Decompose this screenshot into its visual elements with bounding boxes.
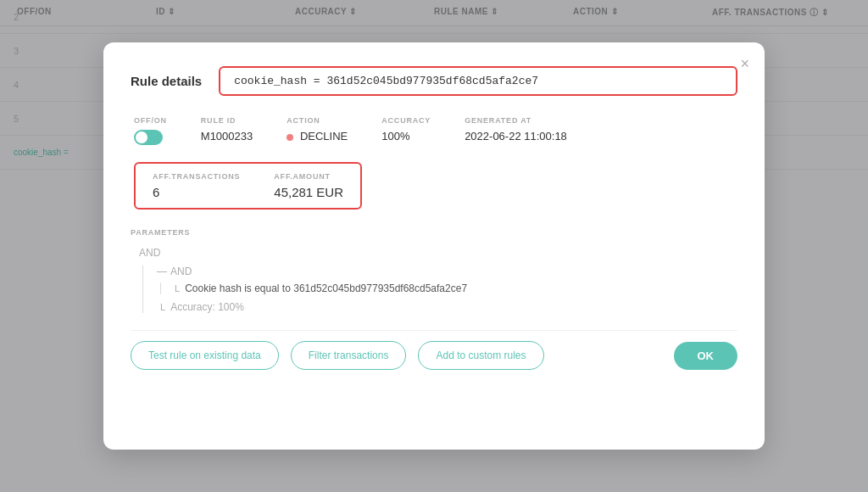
tree-root-and: AND: [139, 247, 737, 259]
ok-button[interactable]: OK: [674, 342, 738, 370]
off-on-field: OFF/ON: [134, 116, 167, 145]
rule-id-field: RULE ID M1000233: [201, 116, 253, 143]
aff-amount-value: 45,281 EUR: [274, 185, 343, 199]
aff-transactions-stat: AFF.TRANSACTIONS 6: [153, 172, 240, 199]
close-button[interactable]: ×: [740, 56, 749, 71]
filter-transactions-button[interactable]: Filter transactions: [291, 341, 407, 370]
toggle-switch[interactable]: [134, 130, 163, 145]
add-to-custom-rules-button[interactable]: Add to custom rules: [418, 341, 543, 370]
accuracy-value: 100%: [381, 130, 431, 143]
aff-amount-stat: AFF.AMOUNT 45,281 EUR: [274, 172, 343, 199]
action-dot-icon: [287, 134, 293, 141]
tree-level1: AND Cookie hash is equal to 361d52c045bd…: [142, 266, 737, 313]
rule-name-box: cookie_hash = 361d52c045bd977935df68cd5a…: [219, 66, 737, 96]
modal-header: Rule details cookie_hash = 361d52c045bd9…: [131, 66, 737, 96]
aff-amount-label: AFF.AMOUNT: [274, 172, 343, 181]
accuracy-label: ACCURACY: [381, 116, 431, 125]
meta-row: OFF/ON RULE ID M1000233 ACTION DECLINE A…: [131, 116, 737, 145]
rule-id-label: RULE ID: [201, 116, 253, 125]
tree-inner-and: AND: [157, 266, 737, 277]
tree-accuracy-node: Accuracy: 100%: [157, 301, 737, 313]
accuracy-field: ACCURACY 100%: [381, 116, 431, 143]
action-value: DECLINE: [287, 130, 348, 143]
generated-at-label: GENERATED AT: [465, 116, 567, 125]
aff-transactions-label: AFF.TRANSACTIONS: [153, 172, 240, 181]
generated-at-field: GENERATED AT 2022-06-22 11:00:18: [465, 116, 567, 143]
modal-overlay: × Rule details cookie_hash = 361d52c045b…: [0, 0, 868, 492]
rule-details-modal: × Rule details cookie_hash = 361d52c045b…: [103, 42, 765, 450]
rule-tree: AND AND Cookie hash is equal to 361d52c0…: [131, 247, 737, 313]
generated-at-value: 2022-06-22 11:00:18: [465, 130, 567, 143]
tree-level2: Cookie hash is equal to 361d52c045bd9779…: [160, 282, 737, 294]
modal-footer: Test rule on existing data Filter transa…: [131, 330, 737, 370]
aff-transactions-value: 6: [153, 185, 240, 199]
action-field: ACTION DECLINE: [287, 116, 348, 143]
parameters-section: PARAMETERS AND AND Cookie hash is equal …: [131, 228, 737, 313]
test-rule-button[interactable]: Test rule on existing data: [131, 341, 279, 370]
rule-id-value: M1000233: [201, 130, 253, 143]
modal-title: Rule details: [131, 74, 202, 88]
tree-leaf-node: Cookie hash is equal to 361d52c045bd9779…: [175, 282, 737, 294]
off-on-label: OFF/ON: [134, 116, 167, 125]
parameters-title: PARAMETERS: [131, 228, 737, 237]
action-label: ACTION: [287, 116, 348, 125]
stats-box: AFF.TRANSACTIONS 6 AFF.AMOUNT 45,281 EUR: [134, 162, 362, 210]
